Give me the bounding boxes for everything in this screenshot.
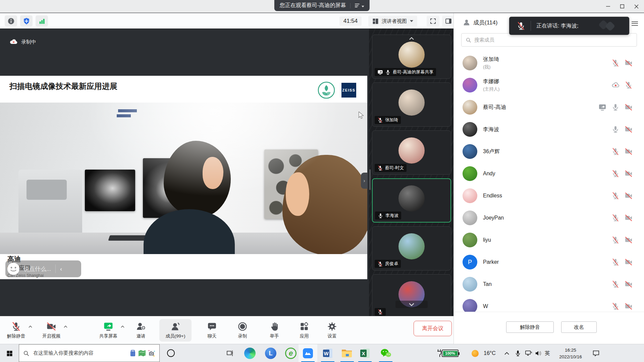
member-row[interactable]: W bbox=[454, 295, 644, 312]
control-members-button[interactable]: 成员(99+) bbox=[159, 319, 192, 342]
member-row[interactable]: 蔡司-高迪 bbox=[454, 96, 644, 118]
member-row[interactable]: PParker bbox=[454, 251, 644, 273]
control-chat-button[interactable]: 聊天 bbox=[196, 319, 228, 342]
weather-button[interactable] bbox=[472, 344, 479, 362]
video-thumbnail[interactable]: 蔡司-时文 bbox=[372, 130, 451, 175]
expand-thumbnails-handle[interactable]: › bbox=[361, 173, 368, 189]
video-thumbnail[interactable]: 张加琦 bbox=[372, 82, 451, 127]
cortana-button[interactable] bbox=[167, 349, 175, 357]
member-row[interactable]: 李海波 bbox=[454, 118, 644, 140]
close-button[interactable] bbox=[629, 0, 643, 13]
meeting-app-button[interactable] bbox=[299, 344, 317, 362]
tray-mic-button[interactable] bbox=[515, 344, 521, 362]
security-button[interactable] bbox=[20, 15, 33, 26]
fullscreen-button[interactable] bbox=[427, 16, 439, 26]
leave-meeting-button[interactable]: 离开会议 bbox=[414, 321, 452, 336]
cam-off-icon bbox=[625, 302, 633, 310]
screen-share-icon bbox=[377, 69, 383, 75]
mic-muted-icon bbox=[377, 117, 383, 123]
control-apps-button[interactable]: 应用 bbox=[288, 319, 320, 342]
cloud-recording-icon bbox=[9, 38, 17, 46]
video-thumbnail[interactable]: 李海波 bbox=[372, 178, 451, 223]
task-view-button[interactable] bbox=[221, 344, 239, 362]
member-row[interactable]: JoeyPan bbox=[454, 207, 644, 229]
clock[interactable]: 16:25 2022/10/16 bbox=[553, 347, 588, 360]
member-name: JoeyPan bbox=[483, 215, 611, 221]
member-row[interactable]: 张加琦(我) bbox=[454, 52, 644, 74]
browser-l-button[interactable]: L bbox=[261, 344, 280, 362]
search-highlights-icons[interactable] bbox=[129, 350, 155, 357]
thumbnail-name: 蔡司-时文 bbox=[385, 165, 404, 171]
video-thumbnail[interactable]: 房俊卓 bbox=[372, 226, 451, 270]
temperature-label[interactable]: 16°C bbox=[484, 344, 496, 362]
strip-drag-handle[interactable] bbox=[369, 169, 371, 190]
tray-network-button[interactable] bbox=[525, 344, 532, 362]
maximize-button[interactable] bbox=[615, 0, 629, 13]
control-gear-button[interactable]: 设置 bbox=[316, 319, 348, 342]
mic-muted-icon bbox=[611, 147, 620, 156]
member-list: 张加琦(我)李娜娜(主持人)蔡司-高迪李海波36卢辉AndyEndlessJoe… bbox=[454, 52, 644, 312]
member-row[interactable]: Endless bbox=[454, 185, 644, 207]
video-thumbnail-strip: 蔡司-高迪的屏幕共享张加琦蔡司-时文李海波房俊卓 bbox=[369, 28, 453, 316]
taskbar-search-input[interactable]: 在这里输入你要搜索的内容 bbox=[19, 344, 160, 362]
member-row[interactable]: Tan bbox=[454, 273, 644, 295]
gear-icon bbox=[327, 321, 337, 331]
control-hand-button[interactable]: 举手 bbox=[258, 319, 290, 342]
edge-browser-button[interactable] bbox=[240, 344, 259, 362]
minimize-button[interactable] bbox=[601, 0, 615, 13]
battery-indicator[interactable]: 100% bbox=[437, 344, 459, 362]
view-mode-label: 演讲者视图 bbox=[382, 18, 407, 24]
member-row[interactable]: liyu bbox=[454, 229, 644, 251]
wechat-button[interactable] bbox=[376, 344, 395, 362]
presentation-slide: 扫描电镜成像技术最新应用进展 ZEISS 高迪 电镜应用 bbox=[0, 76, 367, 279]
control-invite-button[interactable]: 邀请 bbox=[125, 319, 157, 342]
control-mic-muted-button[interactable]: 解除静音 bbox=[0, 319, 32, 342]
scroll-thumbnails-icon[interactable] bbox=[395, 301, 428, 308]
tray-volume-button[interactable] bbox=[535, 344, 542, 362]
start-button[interactable] bbox=[0, 344, 19, 362]
member-search-input[interactable]: 搜索成员 bbox=[461, 33, 637, 47]
control-share-green-button[interactable]: 共享屏幕 bbox=[92, 319, 124, 342]
member-row[interactable]: 李娜娜(主持人) bbox=[454, 74, 644, 96]
video-thumbnail[interactable]: 蔡司-高迪的屏幕共享 bbox=[372, 35, 451, 79]
emoji-icon[interactable] bbox=[7, 262, 20, 275]
mic-muted-icon bbox=[611, 170, 620, 178]
collapse-chat-icon[interactable]: ‹ bbox=[60, 266, 62, 272]
input-language-button[interactable]: 英 bbox=[545, 344, 550, 362]
tray-expand-button[interactable] bbox=[504, 344, 509, 362]
mic-muted-icon bbox=[377, 309, 383, 315]
caret-down-icon bbox=[410, 20, 413, 22]
cam-off-icon bbox=[625, 103, 633, 111]
control-label: 应用 bbox=[300, 333, 309, 339]
watching-banner[interactable]: 您正在观看蔡司-高迪的屏幕 bbox=[274, 0, 370, 11]
view-mode-selector[interactable]: 演讲者视图 bbox=[368, 16, 417, 26]
member-row[interactable]: 36卢辉 bbox=[454, 140, 644, 163]
chevron-up-icon[interactable] bbox=[29, 325, 32, 328]
control-label: 举手 bbox=[270, 333, 279, 339]
network-quality-button[interactable] bbox=[36, 15, 48, 26]
action-center-button[interactable] bbox=[592, 344, 600, 362]
member-name: Tan bbox=[483, 281, 611, 287]
search-icon bbox=[23, 350, 29, 356]
unmute-button[interactable]: 解除静音 bbox=[506, 321, 554, 333]
meeting-info-button[interactable] bbox=[5, 15, 17, 26]
control-record-button[interactable]: 录制 bbox=[226, 319, 259, 342]
members-menu-icon[interactable] bbox=[632, 20, 638, 27]
rename-button[interactable]: 改名 bbox=[561, 321, 597, 333]
side-panel-toggle-button[interactable] bbox=[442, 16, 455, 26]
collapse-strip-icon[interactable] bbox=[401, 36, 422, 41]
control-cam-off-button[interactable]: 开启视频 bbox=[35, 319, 67, 342]
chevron-up-icon[interactable] bbox=[121, 325, 124, 328]
chevron-up-icon[interactable] bbox=[64, 325, 67, 328]
word-button[interactable]: W bbox=[318, 344, 337, 362]
avatar bbox=[463, 78, 477, 93]
green-browser-button[interactable]: e bbox=[281, 344, 300, 362]
edge-icon bbox=[244, 348, 256, 359]
chat-input-placeholder[interactable]: 说点什么... bbox=[23, 265, 51, 273]
video-thumbnail[interactable] bbox=[372, 274, 451, 316]
banner-menu-icon[interactable] bbox=[355, 3, 364, 8]
excel-button[interactable]: X bbox=[356, 344, 374, 362]
quick-chat-overlay[interactable]: 说点什么... ‹ bbox=[5, 260, 81, 277]
file-explorer-button[interactable] bbox=[338, 344, 357, 362]
member-row[interactable]: Andy bbox=[454, 163, 644, 185]
